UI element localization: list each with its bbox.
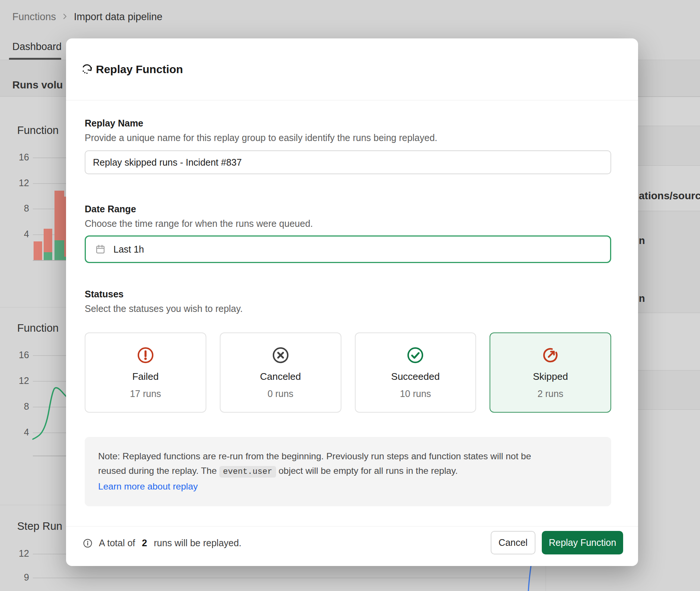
replay-count: 2 — [141, 538, 148, 548]
modal-title: Replay Function — [96, 38, 183, 100]
function-latency-line-chart-title: Function — [17, 322, 59, 334]
status-count: 10 runs — [400, 388, 431, 399]
info-icon — [82, 538, 93, 548]
redo-arrow-icon — [541, 346, 560, 365]
replay-function-button[interactable]: Replay Function — [542, 531, 623, 554]
function-latency-line-chart-baseline — [33, 456, 66, 456]
function-runs-bar-chart-gridline — [33, 183, 66, 184]
replay-function-modal: Replay Function Replay Name Provide a un… — [66, 38, 638, 566]
step-runs-chart-gridline — [33, 578, 529, 578]
learn-more-link[interactable]: Learn more about replay — [98, 481, 198, 491]
statuses-label: Statuses — [85, 289, 124, 300]
function-runs-bar-chart-tick-label: 8 — [7, 203, 29, 214]
function-runs-bar-chart-tick-label: 12 — [7, 178, 29, 188]
bar-succeeded-segment — [44, 252, 52, 260]
function-runs-bar-chart-baseline — [33, 260, 66, 261]
function-runs-bar-chart-tick-label: 4 — [7, 229, 29, 240]
function-runs-bar-chart-tick-label: 16 — [7, 152, 29, 163]
status-card-skipped[interactable]: Skipped2 runs — [490, 332, 611, 413]
stacked-bar — [54, 191, 64, 260]
status-card-succeeded[interactable]: Succeeded10 runs — [355, 332, 476, 413]
status-label: Failed — [132, 371, 159, 382]
replay-name-label: Replay Name — [85, 118, 143, 129]
app-screen: Functions Import data pipeline Dashboard… — [0, 0, 700, 591]
function-latency-line-chart-gridline — [33, 432, 66, 433]
statuses-description: Select the statuses you wish to replay. — [85, 303, 243, 314]
status-card-canceled[interactable]: Canceled0 runs — [220, 332, 341, 413]
step-runs-chart-title: Step Run — [17, 520, 62, 532]
section-divider — [0, 505, 66, 505]
cancel-button[interactable]: Cancel — [491, 531, 535, 554]
function-latency-line-chart-tick-label: 8 — [7, 401, 29, 412]
status-label: Skipped — [533, 371, 568, 382]
stacked-bar — [44, 229, 52, 260]
replay-summary: A total of2runs will be replayed. — [82, 531, 241, 555]
status-count: 0 runs — [268, 388, 293, 399]
function-latency-line-chart-tick-label: 12 — [7, 375, 29, 386]
table-cell-text-fragment: n — [639, 235, 645, 247]
replay-name-description: Provide a unique name for this replay gr… — [85, 132, 437, 143]
x-circle-icon — [271, 346, 290, 365]
table-cell-text-fragment: ations/sourc — [639, 190, 700, 202]
check-circle-icon — [406, 346, 425, 365]
function-latency-line-chart-gridline — [33, 381, 66, 382]
calendar-icon — [95, 244, 106, 255]
status-card-failed[interactable]: Failed17 runs — [85, 332, 206, 413]
function-latency-line-chart-gridline — [33, 355, 66, 356]
table-cell-text-fragment: n — [639, 293, 645, 304]
step-runs-chart-gridline — [33, 554, 66, 554]
event-user-code-chip: event.user — [219, 466, 276, 478]
section-divider — [0, 307, 66, 307]
replay-name-input[interactable] — [85, 150, 611, 174]
status-cards: Failed17 runsCanceled0 runsSucceeded10 r… — [85, 332, 611, 413]
status-count: 2 runs — [537, 388, 563, 399]
step-runs-chart-tick-label: 9 — [7, 572, 29, 583]
alert-circle-icon — [136, 346, 155, 365]
modal-footer: A total of2runs will be replayed. Cancel… — [66, 526, 638, 566]
bar-failed-segment — [34, 241, 42, 260]
function-runs-bar-chart-gridline — [33, 157, 66, 158]
date-range-label: Date Range — [85, 204, 136, 215]
bar-succeeded-segment — [54, 240, 64, 260]
date-range-field[interactable]: Last 1h — [85, 235, 611, 263]
bar-failed-segment — [44, 229, 52, 253]
bar-failed-segment — [54, 191, 64, 240]
note-text-line1: Note: Replayed functions are re-run from… — [98, 449, 598, 463]
stacked-bar — [34, 241, 42, 260]
step-runs-chart-tick-label: 12 — [7, 548, 29, 559]
replay-icon — [80, 62, 94, 76]
function-latency-line-chart-tick-label: 4 — [7, 427, 29, 438]
status-label: Canceled — [260, 371, 301, 382]
function-runs-bar-chart-title: Function — [17, 124, 59, 137]
status-count: 17 runs — [130, 388, 161, 399]
note-text-line2: reused during the replay. The event.user… — [98, 463, 598, 479]
function-latency-line-chart-gridline — [33, 407, 66, 407]
replay-note: Note: Replayed functions are re-run from… — [85, 437, 611, 506]
function-latency-line-chart-tick-label: 16 — [7, 350, 29, 360]
date-range-description: Choose the time range for when the runs … — [85, 218, 313, 229]
date-range-value: Last 1h — [113, 244, 144, 255]
modal-header: Replay Function — [66, 38, 638, 100]
status-label: Succeeded — [391, 371, 440, 382]
